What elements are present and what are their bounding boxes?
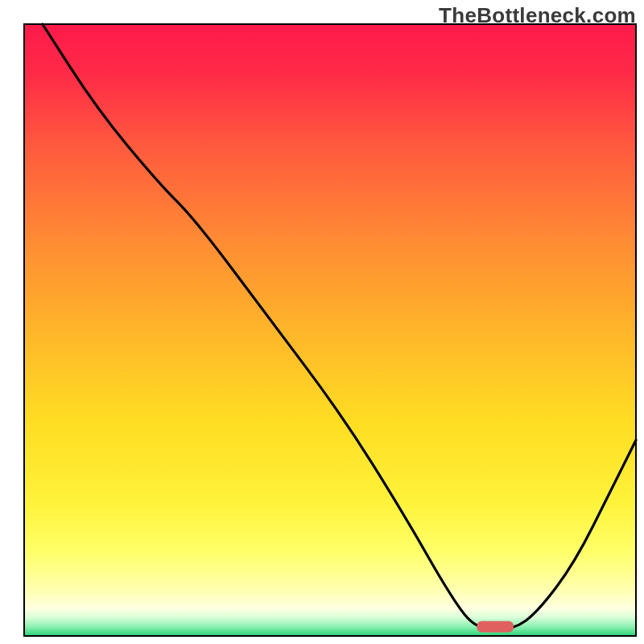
plot-background [24, 24, 636, 636]
watermark-text: TheBottleneck.com [439, 3, 636, 28]
optimal-marker [477, 621, 514, 633]
bottleneck-chart [0, 0, 644, 644]
